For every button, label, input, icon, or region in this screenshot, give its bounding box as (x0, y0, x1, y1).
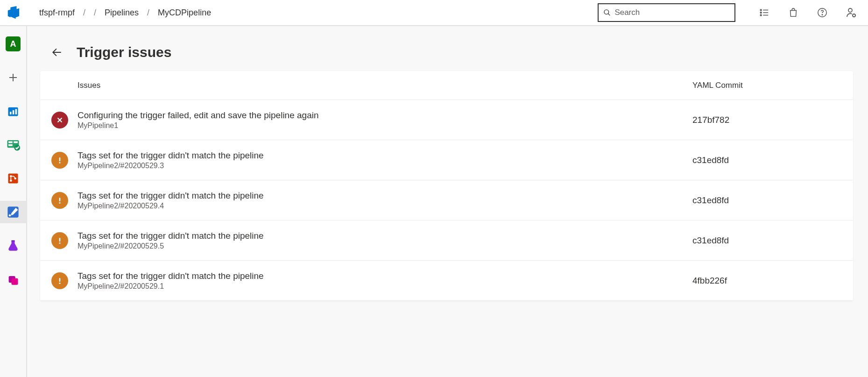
help-icon (817, 7, 827, 18)
breadcrumb-project[interactable]: tfspf-rmpf (39, 8, 75, 18)
marketplace-button[interactable] (782, 1, 804, 24)
page-header: Trigger issues (40, 43, 855, 62)
issue-subtitle: MyPipeline1 (78, 121, 692, 130)
azure-devops-logo[interactable] (0, 0, 26, 26)
svg-point-9 (822, 14, 822, 15)
svg-point-6 (760, 12, 762, 14)
svg-point-28 (9, 214, 11, 217)
commit-cell[interactable]: c31ed8fd (692, 195, 842, 206)
breadcrumb-section[interactable]: Pipelines (105, 8, 139, 18)
svg-line-1 (608, 14, 610, 15)
issue-cell: Tags set for the trigger didn't match th… (78, 191, 692, 210)
status-cell (51, 232, 78, 249)
sidebar: A (0, 26, 27, 377)
shopping-bag-icon (788, 7, 798, 18)
help-button[interactable] (811, 1, 833, 24)
commit-cell[interactable]: c31ed8fd (692, 155, 842, 165)
column-header-issues[interactable]: Issues (78, 81, 692, 90)
breadcrumb-separator: / (94, 8, 96, 18)
svg-rect-29 (12, 240, 15, 241)
issue-message: Tags set for the trigger didn't match th… (78, 150, 692, 161)
svg-rect-41 (59, 278, 61, 282)
breadcrumb-separator: / (83, 8, 85, 18)
sidebar-test-plans[interactable] (0, 235, 27, 257)
user-settings-button[interactable] (840, 1, 862, 24)
breadcrumb-separator: / (147, 8, 149, 18)
boards-icon (6, 138, 20, 152)
breadcrumb-item[interactable]: MyCDPipeline (158, 8, 211, 18)
svg-rect-19 (8, 142, 13, 143)
sidebar-add[interactable] (0, 66, 27, 89)
arrow-left-icon (51, 46, 63, 58)
svg-point-7 (760, 14, 762, 16)
issue-cell: Configuring the trigger failed, edit and… (78, 110, 692, 130)
svg-rect-23 (8, 174, 18, 184)
svg-point-24 (10, 175, 12, 178)
search-icon (603, 8, 611, 17)
warning-icon (51, 272, 68, 289)
table-row[interactable]: Tags set for the trigger didn't match th… (40, 180, 853, 221)
issue-message: Tags set for the trigger didn't match th… (78, 271, 692, 281)
test-plans-icon (7, 239, 20, 252)
project-avatar: A (6, 36, 21, 51)
warning-icon (51, 232, 68, 249)
warning-icon (51, 192, 68, 209)
status-cell (51, 112, 78, 128)
issue-subtitle: MyPipeline2/#20200529.5 (78, 242, 692, 250)
issue-cell: Tags set for the trigger didn't match th… (78, 150, 692, 170)
status-cell (51, 192, 78, 209)
svg-point-36 (59, 162, 61, 163)
artifacts-icon (7, 273, 20, 286)
svg-point-10 (848, 8, 852, 12)
table-row[interactable]: Tags set for the trigger didn't match th… (40, 261, 853, 301)
table-row[interactable]: Tags set for the trigger didn't match th… (40, 140, 853, 180)
search-input[interactable] (614, 8, 730, 17)
sidebar-overview[interactable] (0, 100, 27, 122)
svg-point-40 (59, 242, 61, 243)
issue-subtitle: MyPipeline2/#20200529.1 (78, 282, 692, 291)
error-icon (51, 112, 68, 128)
breadcrumb: tfspf-rmpf / / Pipelines / MyCDPipeline (30, 8, 211, 18)
svg-point-25 (10, 179, 12, 182)
azure-devops-icon (6, 6, 20, 20)
topbar-actions (753, 1, 862, 24)
issues-table: Issues YAML Commit Configuring the trigg… (40, 71, 853, 301)
sidebar-boards[interactable] (0, 134, 27, 156)
dashboard-icon (7, 105, 20, 118)
svg-point-0 (604, 10, 609, 14)
commit-cell[interactable]: c31ed8fd (692, 235, 842, 246)
svg-rect-31 (12, 278, 18, 285)
commit-cell[interactable]: 4fbb226f (692, 276, 842, 286)
work-items-button[interactable] (753, 1, 776, 24)
issue-subtitle: MyPipeline2/#20200529.4 (78, 202, 692, 210)
plus-icon (7, 72, 19, 83)
svg-rect-35 (59, 157, 61, 161)
commit-cell[interactable]: 217bf782 (692, 115, 842, 125)
warning-icon (51, 152, 68, 169)
svg-point-38 (59, 202, 61, 203)
issue-message: Tags set for the trigger didn't match th… (78, 191, 692, 201)
issue-subtitle: MyPipeline2/#20200529.3 (78, 162, 692, 170)
content: Trigger issues Issues YAML Commit Config… (27, 26, 868, 377)
person-gear-icon (846, 7, 857, 18)
svg-rect-37 (59, 198, 61, 201)
sidebar-artifacts[interactable] (0, 268, 27, 291)
svg-rect-21 (8, 144, 13, 146)
svg-rect-16 (13, 110, 14, 114)
topbar: tfspf-rmpf / / Pipelines / MyCDPipeline (0, 0, 868, 26)
column-header-commit[interactable]: YAML Commit (692, 81, 842, 90)
issue-cell: Tags set for the trigger didn't match th… (78, 231, 692, 250)
sidebar-project[interactable]: A (0, 33, 27, 55)
issue-message: Configuring the trigger failed, edit and… (78, 110, 692, 121)
svg-point-5 (760, 9, 762, 11)
status-cell (51, 152, 78, 169)
table-row[interactable]: Tags set for the trigger didn't match th… (40, 221, 853, 261)
list-icon (759, 7, 769, 18)
svg-rect-20 (14, 142, 18, 143)
sidebar-repos[interactable] (0, 167, 27, 190)
table-row[interactable]: Configuring the trigger failed, edit and… (40, 100, 853, 140)
repos-icon (7, 172, 20, 185)
sidebar-pipelines[interactable] (0, 201, 27, 223)
back-button[interactable] (48, 43, 66, 62)
search-box[interactable] (598, 3, 735, 22)
